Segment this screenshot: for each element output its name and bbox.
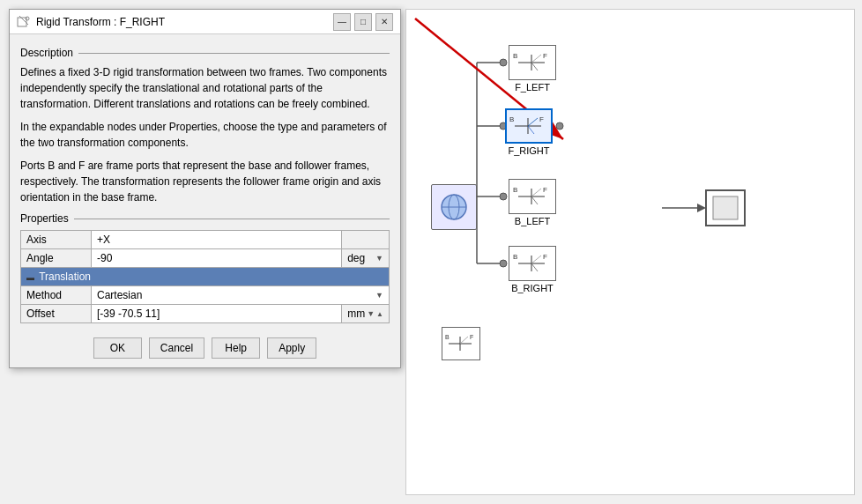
table-row: Axis +X <box>21 231 390 249</box>
body-icon <box>431 184 477 230</box>
translation-section-cell: ▬ Translation <box>21 268 390 286</box>
translation-section-label: Translation <box>39 271 91 283</box>
svg-text:B: B <box>513 253 517 261</box>
f-left-label: F_LEFT <box>515 82 550 93</box>
svg-point-3 <box>500 59 507 66</box>
angle-value[interactable]: -90 <box>92 249 342 268</box>
method-dropdown-icon[interactable]: ▼ <box>375 291 383 300</box>
b-left-label: B_LEFT <box>515 216 550 226</box>
properties-label: Properties <box>20 212 74 225</box>
method-label: Method <box>21 286 92 305</box>
small-transform-icon: B F <box>442 327 480 360</box>
rigid-transform-dialog: Rigid Transform : F_RIGHT — □ ✕ Descript… <box>9 9 401 368</box>
properties-divider <box>74 219 390 219</box>
title-controls: — □ ✕ <box>333 13 393 31</box>
description-section-header: Description <box>20 47 390 59</box>
method-text: Cartesian <box>97 289 142 301</box>
dialog-footer: OK Cancel Help Apply <box>10 330 400 367</box>
restore-button[interactable]: □ <box>354 13 372 31</box>
apply-button[interactable]: Apply <box>267 337 316 359</box>
svg-text:F: F <box>470 334 473 340</box>
svg-line-26 <box>531 63 538 70</box>
dialog-icon <box>17 15 31 29</box>
svg-rect-17 <box>706 190 745 226</box>
f-left-block[interactable]: B F F_LEFT <box>509 45 556 93</box>
axis-value[interactable]: +X <box>92 231 342 249</box>
description-paragraph-1: Defines a fixed 3-D rigid transformation… <box>20 64 390 112</box>
axis-unit <box>342 231 390 249</box>
svg-text:B: B <box>513 186 517 194</box>
dialog-title: Rigid Transform : F_RIGHT <box>36 16 165 28</box>
svg-line-32 <box>528 126 534 134</box>
properties-section-header: Properties <box>20 212 390 225</box>
body-block[interactable]: Body <box>431 184 453 196</box>
svg-text:F: F <box>543 253 547 261</box>
minimize-button[interactable]: — <box>333 13 351 31</box>
method-value[interactable]: Cartesian ▼ <box>92 286 390 305</box>
collapse-icon: ▬ <box>26 273 34 282</box>
close-button[interactable]: ✕ <box>375 13 393 31</box>
description-paragraph-2: In the expandable nodes under Properties… <box>20 119 390 151</box>
table-row: Method Cartesian ▼ <box>21 286 390 305</box>
angle-unit-dropdown-icon[interactable]: ▼ <box>375 254 383 263</box>
svg-line-31 <box>528 118 538 126</box>
ok-button[interactable]: OK <box>93 337 142 359</box>
svg-text:F: F <box>543 186 547 194</box>
title-bar-left: Rigid Transform : F_RIGHT <box>17 15 165 29</box>
table-row: Offset [-39 -70.5 11] mm ▼ ▲ <box>21 305 390 323</box>
svg-text:F: F <box>543 52 547 60</box>
angle-label: Angle <box>21 249 92 268</box>
angle-unit-text: deg <box>347 252 365 264</box>
axis-label: Axis <box>21 231 92 249</box>
b-right-label: B_RIGHT <box>511 283 554 293</box>
svg-line-37 <box>531 189 541 196</box>
svg-text:F: F <box>539 115 544 123</box>
title-bar: Rigid Transform : F_RIGHT — □ ✕ <box>10 10 400 34</box>
offset-up-arrow[interactable]: ▲ <box>376 310 383 318</box>
angle-unit[interactable]: deg ▼ <box>342 249 390 268</box>
svg-point-7 <box>500 193 507 200</box>
offset-unit[interactable]: mm ▼ ▲ <box>342 305 390 323</box>
b-right-icon: B F <box>509 246 556 281</box>
canvas-area: B F F_LEFT B F F_RIGHT <box>405 9 855 495</box>
table-row: Angle -90 deg ▼ <box>21 249 390 268</box>
angle-number: -90 <box>97 252 112 264</box>
svg-text:B: B <box>445 334 450 340</box>
svg-point-14 <box>556 122 563 130</box>
svg-line-25 <box>531 55 541 63</box>
f-right-label: F_RIGHT <box>508 145 549 156</box>
translation-section-row[interactable]: ▬ Translation <box>21 268 390 286</box>
properties-table: Axis +X Angle -90 deg ▼ <box>20 230 390 323</box>
svg-marker-16 <box>697 204 706 212</box>
f-right-icon: B F <box>505 108 553 144</box>
description-label: Description <box>20 47 78 59</box>
offset-value[interactable]: [-39 -70.5 11] <box>92 305 342 323</box>
b-left-icon: B F <box>509 179 556 214</box>
svg-text:B: B <box>509 115 514 123</box>
description-divider <box>78 53 390 54</box>
svg-line-43 <box>531 256 541 263</box>
dialog-body: Description Defines a fixed 3-D rigid tr… <box>10 34 400 330</box>
f-left-icon: B F <box>509 45 556 80</box>
description-paragraph-3: Ports B and F are frame ports that repre… <box>20 158 390 205</box>
canvas-svg <box>406 10 854 494</box>
small-transform-block[interactable]: B F <box>442 327 480 360</box>
b-left-block[interactable]: B F B_LEFT <box>509 179 556 226</box>
b-right-block[interactable]: B F B_RIGHT <box>509 246 556 293</box>
offset-unit-text: mm <box>347 308 365 320</box>
help-button[interactable]: Help <box>212 337 260 359</box>
cancel-button[interactable]: Cancel <box>149 337 204 359</box>
svg-line-52 <box>460 337 468 344</box>
f-right-block[interactable]: B F F_RIGHT <box>505 108 553 156</box>
svg-rect-18 <box>713 196 738 219</box>
offset-label: Offset <box>21 305 92 323</box>
svg-text:B: B <box>513 52 517 60</box>
svg-line-44 <box>531 263 538 271</box>
svg-line-38 <box>531 196 538 204</box>
svg-point-9 <box>500 260 507 267</box>
offset-unit-dropdown-icon[interactable]: ▼ <box>367 309 375 318</box>
